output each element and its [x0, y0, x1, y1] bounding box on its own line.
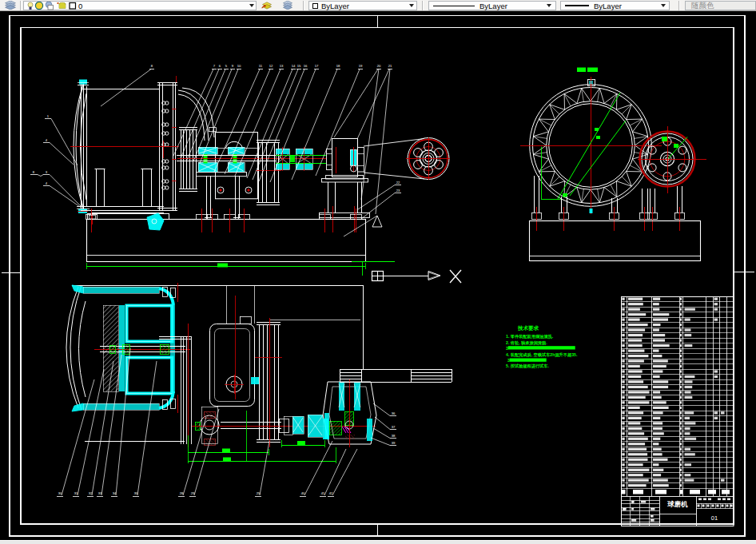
svg-text:39: 39 [392, 441, 396, 445]
svg-text:14: 14 [292, 64, 296, 68]
svg-text:21: 21 [388, 64, 392, 68]
svg-text:13: 13 [280, 64, 284, 68]
svg-text:技术要求: 技术要求 [517, 325, 539, 332]
svg-text:5. 按试验规程进行试车.: 5. 按试验规程进行试车. [506, 363, 549, 369]
svg-text:4. 装配完成后, 空载试车2h温升不超35.: 4. 装配完成后, 空载试车2h温升不超35. [506, 352, 578, 358]
svg-text:10: 10 [237, 64, 241, 68]
svg-text:3: 3 [506, 346, 508, 351]
svg-text:18: 18 [336, 64, 340, 68]
svg-text:12: 12 [269, 64, 273, 68]
svg-text:11: 11 [259, 64, 263, 68]
svg-text:2. 齿轮, 轴承涂润滑脂.: 2. 齿轮, 轴承涂润滑脂. [506, 340, 547, 346]
svg-text:20: 20 [377, 64, 381, 68]
svg-text:15: 15 [297, 64, 301, 68]
svg-text:37: 37 [392, 425, 396, 429]
svg-text:3: 3 [507, 358, 510, 363]
svg-text:球磨机: 球磨机 [666, 500, 688, 508]
svg-text:1. 零件装配前用煤油清洗.: 1. 零件装配前用煤油清洗. [506, 334, 554, 340]
svg-text:19: 19 [359, 64, 363, 68]
svg-text:01: 01 [711, 514, 718, 522]
svg-text:17: 17 [315, 64, 319, 68]
svg-text:0: 0 [78, 2, 82, 10]
svg-text:38: 38 [392, 434, 396, 438]
svg-text:16: 16 [304, 64, 308, 68]
svg-text:22: 22 [396, 181, 400, 185]
svg-text:23: 23 [396, 189, 400, 193]
svg-text:36: 36 [392, 411, 396, 415]
